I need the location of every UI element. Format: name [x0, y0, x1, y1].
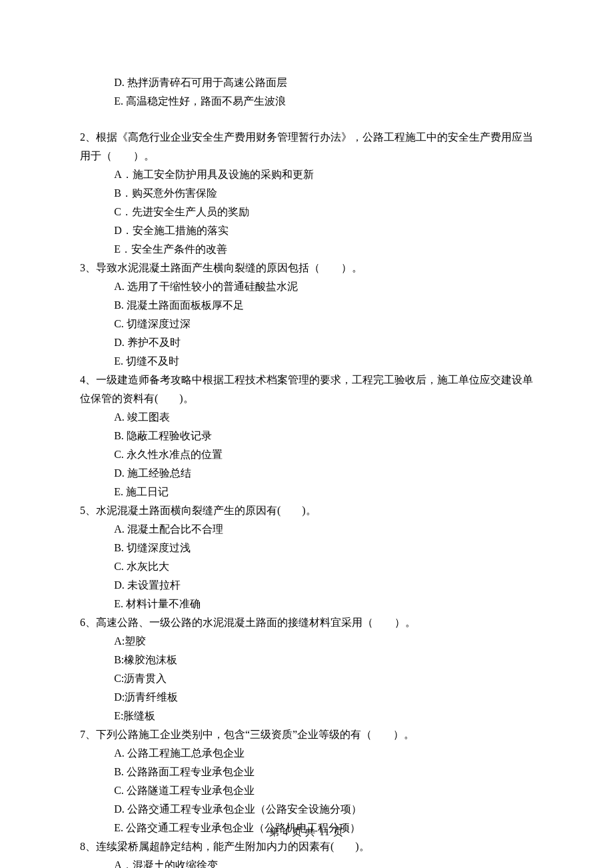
q6-option-b: B:橡胶泡沫板 [80, 651, 533, 669]
q7-option-a: A. 公路工程施工总承包企业 [80, 744, 533, 763]
spacer [80, 111, 533, 128]
q5-option-a: A. 混凝土配合比不合理 [80, 520, 533, 539]
q5-option-e: E. 材料计量不准确 [80, 595, 533, 613]
q2-option-a: A．施工安全防护用具及设施的采购和更新 [80, 165, 533, 184]
q7-option-c: C. 公路隧道工程专业承包企业 [80, 781, 533, 800]
q5-stem: 5、水泥混凝土路面横向裂缝产生的原因有( )。 [80, 501, 533, 520]
q3-option-b: B. 混凝土路面面板板厚不足 [80, 296, 533, 315]
q3-option-a: A. 选用了干缩性较小的普通硅酸盐水泥 [80, 277, 533, 296]
q5-option-b: B. 切缝深度过浅 [80, 539, 533, 557]
q6-stem: 6、高速公路、一级公路的水泥混凝土路面的接缝材料宜采用（ ）。 [80, 613, 533, 632]
q4-option-a: A. 竣工图表 [80, 408, 533, 427]
q4-option-c: C. 永久性水准点的位置 [80, 445, 533, 464]
q2-option-d: D．安全施工措施的落实 [80, 221, 533, 240]
q4-option-b: B. 隐蔽工程验收记录 [80, 427, 533, 445]
q8-option-a: A．混凝土的收缩徐变 [80, 856, 533, 868]
q6-option-d: D:沥青纤维板 [80, 688, 533, 707]
q2-option-c: C．先进安全生产人员的奖励 [80, 203, 533, 221]
q6-option-a: A:塑胶 [80, 632, 533, 651]
q6-option-e: E:胀缝板 [80, 707, 533, 725]
q2-stem: 2、根据《高危行业企业安全生产费用财务管理暂行办法》，公路工程施工中的安全生产费… [80, 128, 533, 165]
q8-stem: 8、连续梁桥属超静定结构，能产生附加内力的因素有( )。 [80, 837, 533, 856]
q3-stem: 3、导致水泥混凝土路面产生横向裂缝的原因包括（ ）。 [80, 259, 533, 277]
page-footer: 第 4 页 共 11 页 [0, 826, 613, 839]
q1-option-d: D. 热拌沥青碎石可用于高速公路面层 [80, 73, 533, 92]
q7-option-d: D. 公路交通工程专业承包企业（公路安全设施分项） [80, 800, 533, 819]
q5-option-c: C. 水灰比大 [80, 557, 533, 576]
q7-option-b: B. 公路路面工程专业承包企业 [80, 763, 533, 781]
q4-option-d: D. 施工经验总结 [80, 464, 533, 483]
q2-option-e: E．安全生产条件的改善 [80, 240, 533, 259]
page-body: D. 热拌沥青碎石可用于高速公路面层 E. 高温稳定性好，路面不易产生波浪 2、… [0, 0, 613, 868]
q4-option-e: E. 施工日记 [80, 483, 533, 501]
q1-option-e: E. 高温稳定性好，路面不易产生波浪 [80, 92, 533, 111]
q2-option-b: B．购买意外伤害保险 [80, 184, 533, 203]
q3-option-c: C. 切缝深度过深 [80, 315, 533, 333]
q5-option-d: D. 未设置拉杆 [80, 576, 533, 595]
q4-stem: 4、一级建造师备考攻略中根据工程技术档案管理的要求，工程完工验收后，施工单位应交… [80, 371, 533, 408]
q6-option-c: C:沥青贯入 [80, 669, 533, 688]
q3-option-d: D. 养护不及时 [80, 333, 533, 352]
q3-option-e: E. 切缝不及时 [80, 352, 533, 371]
q7-stem: 7、下列公路施工企业类别中，包含“三级资质”企业等级的有（ ）。 [80, 725, 533, 744]
